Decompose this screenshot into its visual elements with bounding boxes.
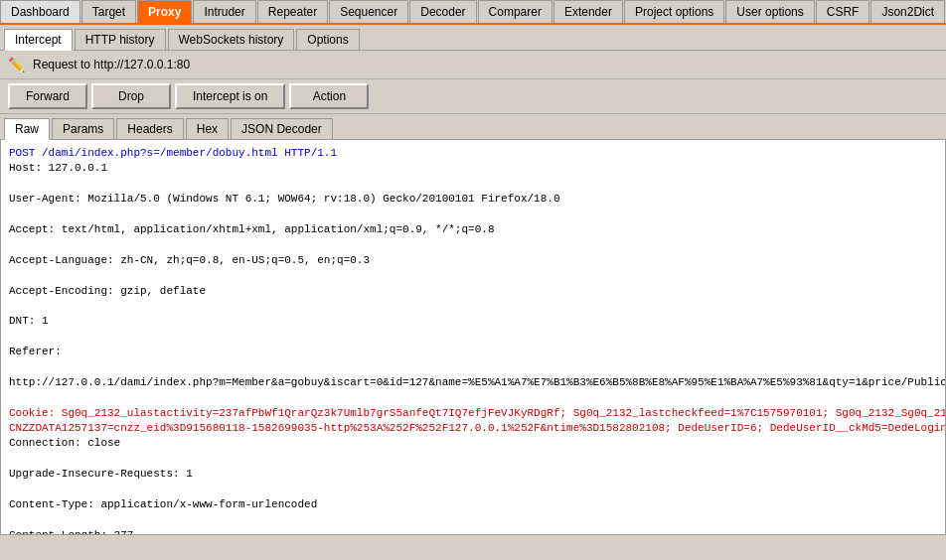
tab-extender[interactable]: Extender xyxy=(553,0,623,23)
content-cookie: Cookie: Sg0q_2132_ulastactivity=237afPbW… xyxy=(9,407,946,419)
forward-button[interactable]: Forward xyxy=(8,83,87,109)
tab-decoder[interactable]: Decoder xyxy=(409,0,476,23)
button-bar: Forward Drop Intercept is on Action xyxy=(0,79,946,114)
tab-headers[interactable]: Headers xyxy=(116,118,183,139)
tab-user-options[interactable]: User options xyxy=(725,0,814,23)
tab-json2dict[interactable]: Json2Dict xyxy=(870,0,945,23)
toolbar: ✏️ Request to http://127.0.0.1:80 xyxy=(0,51,946,79)
tab-raw[interactable]: Raw xyxy=(4,118,50,140)
content-line14: Content-Type: application/x-www-form-url… xyxy=(9,497,937,512)
content-line8: Referer: xyxy=(9,345,937,359)
content-line9: http://127.0.0.1/dami/index.php?m=Member… xyxy=(9,375,937,390)
http-content[interactable]: POST /dami/index.php?s=/member/dobuy.htm… xyxy=(0,139,946,535)
tab-params[interactable]: Params xyxy=(52,118,114,139)
tab-proxy[interactable]: Proxy xyxy=(137,0,192,23)
tab-repeater[interactable]: Repeater xyxy=(257,0,328,23)
tab-target[interactable]: Target xyxy=(81,0,136,23)
subtab-http-history[interactable]: HTTP history xyxy=(75,29,166,50)
top-nav: Dashboard Target Proxy Intruder Repeater… xyxy=(0,0,946,25)
tab-csrf[interactable]: CSRF xyxy=(816,0,870,23)
tab-json-decoder[interactable]: JSON Decoder xyxy=(231,118,333,139)
content-tabs: Raw Params Headers Hex JSON Decoder xyxy=(0,114,946,139)
tab-intruder[interactable]: Intruder xyxy=(193,0,255,23)
tab-comparer[interactable]: Comparer xyxy=(478,0,552,23)
tab-sequencer[interactable]: Sequencer xyxy=(329,0,408,23)
content-line5: Accept-Language: zh-CN, zh;q=0.8, en-US;… xyxy=(9,253,937,268)
subtab-intercept[interactable]: Intercept xyxy=(4,29,73,51)
sub-nav: Intercept HTTP history WebSockets histor… xyxy=(0,25,946,51)
content-line12: Connection: close xyxy=(9,436,937,451)
content-line4: Accept: text/html, application/xhtml+xml… xyxy=(9,222,937,237)
tab-dashboard[interactable]: Dashboard xyxy=(0,0,80,23)
content-line15: Content-Length: 377 xyxy=(9,528,937,535)
tab-project-options[interactable]: Project options xyxy=(624,0,724,23)
content-line6: Accept-Encoding: gzip, deflate xyxy=(9,284,937,299)
action-button[interactable]: Action xyxy=(289,83,369,109)
drop-button[interactable]: Drop xyxy=(91,83,171,109)
tab-hex[interactable]: Hex xyxy=(186,118,229,139)
content-cookie2: CNZZDATA1257137=cnzz_eid%3D915680118-158… xyxy=(9,422,946,434)
content-line2: Host: 127.0.0.1 xyxy=(9,161,937,176)
edit-icon: ✏️ xyxy=(8,57,25,72)
content-line13: Upgrade-Insecure-Requests: 1 xyxy=(9,467,937,482)
subtab-websockets-history[interactable]: WebSockets history xyxy=(168,29,295,50)
request-label: Request to http://127.0.0.1:80 xyxy=(33,58,190,71)
content-line3: User-Agent: Mozilla/5.0 (Windows NT 6.1;… xyxy=(9,192,937,207)
http-method: POST /dami/index.php?s=/member/dobuy.htm… xyxy=(9,147,337,159)
content-line7: DNT: 1 xyxy=(9,314,937,329)
subtab-options[interactable]: Options xyxy=(296,29,359,50)
intercept-button[interactable]: Intercept is on xyxy=(175,83,285,109)
